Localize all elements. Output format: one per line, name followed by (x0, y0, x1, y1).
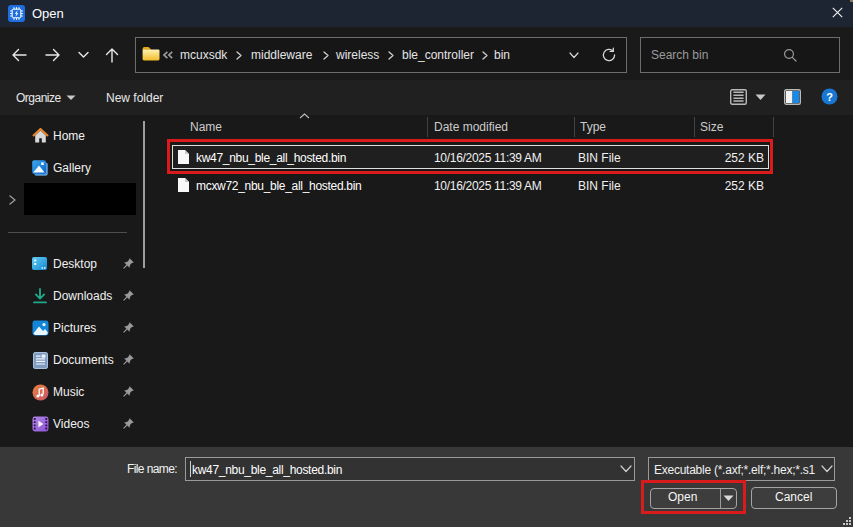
svg-text:?: ? (826, 91, 833, 103)
